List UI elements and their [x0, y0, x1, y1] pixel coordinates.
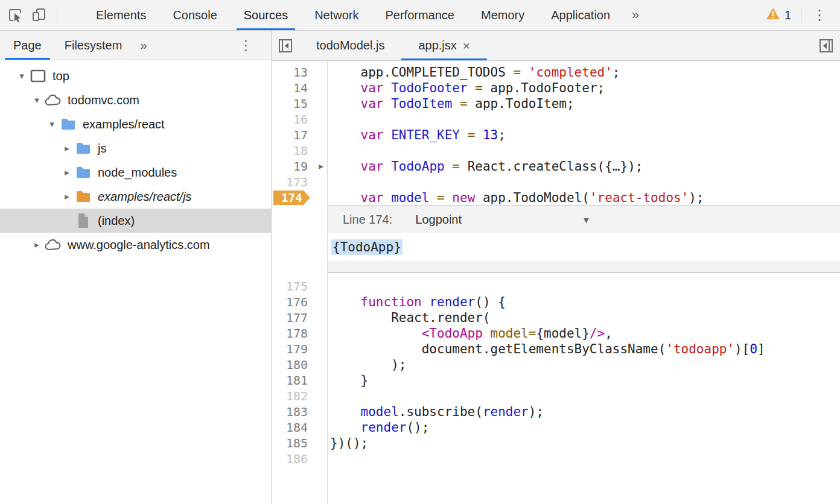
tab-network[interactable]: Network	[301, 0, 372, 30]
expander-icon[interactable]: ▸	[60, 191, 74, 202]
tab-console[interactable]: Console	[159, 0, 230, 30]
tab-elements[interactable]: Elements	[83, 0, 159, 30]
code-line-source: })();	[327, 435, 368, 451]
warning-badge[interactable]: 1	[760, 7, 797, 23]
expander-icon[interactable]: ▾	[14, 71, 29, 81]
tab-memory[interactable]: Memory	[468, 0, 538, 30]
editor-tabbar: todoModel.jsapp.jsx×	[272, 31, 840, 61]
code-line-14: 14 var TodoFooter = app.TodoFooter;	[272, 80, 840, 96]
main-tabs: ElementsConsoleSourcesNetworkPerformance…	[83, 0, 623, 30]
device-toolbar-icon[interactable]	[29, 5, 49, 25]
kebab-menu-icon[interactable]: ⋮	[805, 7, 834, 24]
line-number-15[interactable]: 15	[272, 96, 327, 112]
debugger-toggle-icon[interactable]	[812, 31, 840, 60]
line-number-176[interactable]: 176	[272, 294, 327, 310]
code-line-183: 183 model.subscribe(render);	[272, 404, 840, 420]
gutter-divider	[327, 61, 328, 504]
toolbar-icon-group	[0, 0, 66, 30]
code-editor[interactable]: 13 app.COMPLETED_TODOS = 'completed';14 …	[272, 61, 840, 504]
line-number-13[interactable]: 13	[272, 65, 327, 80]
sidebar-item-top[interactable]: ▾top	[0, 64, 271, 88]
tab-performance[interactable]: Performance	[372, 0, 468, 30]
code-line-source: }	[327, 373, 368, 388]
tree-item-label: www.google-analytics.com	[68, 238, 210, 252]
line-number-14[interactable]: 14	[272, 80, 327, 96]
more-tabs-icon[interactable]: »	[623, 0, 648, 30]
code-line-181: 181 }	[272, 373, 840, 388]
editor-tabs: todoModel.jsapp.jsx×	[299, 31, 487, 60]
navigator-tab-filesystem[interactable]: Filesystem	[55, 31, 132, 60]
sidebar-item-index[interactable]: (index)	[0, 209, 271, 233]
logpoint-editor-widget: Line 174:Logpoint▼{TodoApp}	[327, 206, 840, 272]
tree-item-label: top	[52, 69, 69, 83]
code-line-180: 180 );	[272, 357, 840, 373]
frame-icon	[29, 69, 47, 83]
tab-application[interactable]: Application	[538, 0, 623, 30]
editor-tab-label: app.jsx	[418, 39, 456, 52]
line-number-16[interactable]: 16	[272, 112, 327, 127]
line-number-183[interactable]: 183	[272, 404, 327, 420]
navigator-toggle-icon[interactable]	[272, 31, 299, 60]
code-line-15: 15 var TodoItem = app.TodoItem;	[272, 96, 840, 112]
line-number-185[interactable]: 185	[272, 435, 327, 451]
code-line-16: 16	[272, 112, 840, 127]
code-line-185: 185})();	[272, 435, 840, 451]
navigator-kebab-menu-icon[interactable]: ⋮	[233, 31, 271, 60]
line-number-184[interactable]: 184	[272, 420, 327, 435]
editor-tab-todomodel-js[interactable]: todoModel.js	[299, 31, 401, 60]
line-number-179[interactable]: 179	[272, 341, 327, 357]
line-number-19[interactable]: 19▶	[272, 159, 327, 174]
editor-tab-app-jsx[interactable]: app.jsx×	[401, 31, 487, 60]
line-number-175[interactable]: 175	[272, 279, 327, 294]
file-icon	[74, 212, 92, 229]
sources-editor: todoModel.jsapp.jsx× 13 app.COMPLETED_TO…	[272, 31, 840, 504]
expander-icon[interactable]: ▸	[60, 167, 74, 178]
sidebar-item-examples-react-js[interactable]: ▸examples/react/js	[0, 184, 271, 209]
expander-icon[interactable]: ▾	[30, 95, 44, 106]
sidebar-item-todomvc-com[interactable]: ▾todomvc.com	[0, 88, 271, 112]
sidebar-item-js[interactable]: ▸js	[0, 136, 271, 160]
line-number-18[interactable]: 18	[272, 143, 327, 159]
navigator-tab-page[interactable]: Page	[4, 31, 51, 60]
code-line-174: 174 var model = new app.TodoModel('react…	[272, 190, 840, 206]
line-number-181[interactable]: 181	[272, 373, 327, 388]
expander-icon[interactable]: ▸	[30, 239, 44, 250]
code-line-source: app.COMPLETED_TODOS = 'completed';	[327, 65, 620, 80]
code-line-source: var TodoItem = app.TodoItem;	[327, 96, 574, 112]
sidebar-item-examples-react[interactable]: ▾examples/react	[0, 112, 271, 136]
sidebar-item-node-modules[interactable]: ▸node_modules	[0, 160, 271, 184]
code-line-186: 186	[272, 451, 840, 467]
main-toolbar: ElementsConsoleSourcesNetworkPerformance…	[0, 0, 840, 31]
code-line-source: <TodoApp model={model}/>,	[327, 326, 612, 341]
logpoint-condition-input[interactable]: {TodoApp}	[327, 233, 840, 261]
close-icon[interactable]: ×	[463, 39, 470, 52]
navigator-more-tabs-icon[interactable]: »	[132, 31, 156, 60]
line-number-173[interactable]: 173	[272, 174, 327, 190]
code-line-source: function render() {	[327, 294, 506, 310]
sidebar-item-www-google-analytics-com[interactable]: ▸www.google-analytics.com	[0, 233, 271, 257]
devtools-window: ElementsConsoleSourcesNetworkPerformance…	[0, 0, 840, 504]
inspect-element-icon[interactable]	[5, 5, 25, 25]
cloud-icon	[44, 93, 62, 107]
logpoint-expression[interactable]: {TodoApp}	[331, 239, 402, 255]
line-number-182[interactable]: 182	[272, 388, 327, 404]
line-number-178[interactable]: 178	[272, 326, 327, 341]
line-number-174[interactable]: 174	[272, 190, 327, 206]
fold-arrow-icon[interactable]: ▶	[319, 159, 323, 174]
line-number-17[interactable]: 17	[272, 127, 327, 143]
expander-icon[interactable]: ▸	[60, 143, 74, 154]
breakpoint-type-select[interactable]: Logpoint▼	[415, 213, 590, 227]
breakpoint-type-value: Logpoint	[415, 213, 462, 227]
line-number-186[interactable]: 186	[272, 451, 327, 467]
expander-icon[interactable]: ▾	[45, 119, 59, 130]
file-tree: ▾top▾todomvc.com▾examples/react▸js▸node_…	[0, 60, 271, 504]
tab-sources[interactable]: Sources	[231, 0, 301, 30]
logpoint-header: Line 174:Logpoint▼	[327, 206, 840, 233]
warning-count: 1	[784, 8, 791, 22]
logpoint-footer	[327, 261, 840, 272]
line-number-177[interactable]: 177	[272, 310, 327, 326]
navigator-sidebar: PageFilesystem » ⋮ ▾top▾todomvc.com▾exam…	[0, 31, 272, 504]
logpoint-badge[interactable]: 174	[273, 191, 310, 205]
line-number-180[interactable]: 180	[272, 357, 327, 373]
code-line-source: var TodoFooter = app.TodoFooter;	[327, 80, 605, 96]
